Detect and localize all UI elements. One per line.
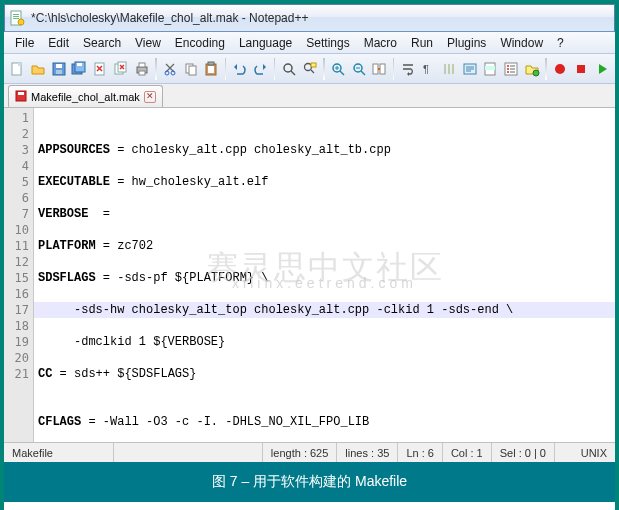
svg-rect-28 — [311, 63, 316, 67]
svg-rect-1 — [13, 14, 19, 15]
svg-rect-24 — [208, 66, 214, 73]
svg-rect-3 — [13, 18, 19, 19]
line-number: 11 — [4, 238, 29, 254]
status-sel: Sel : 0 | 0 — [492, 443, 555, 462]
play-macro-icon[interactable] — [592, 58, 611, 80]
user-lang-icon[interactable] — [460, 58, 479, 80]
line-number: 3 — [4, 142, 29, 158]
code-line: VERBOSE = — [38, 206, 611, 222]
status-eol: UNIX — [555, 443, 615, 462]
disk-icon — [15, 90, 27, 104]
paste-icon[interactable] — [202, 58, 221, 80]
svg-rect-25 — [208, 62, 214, 65]
svg-rect-6 — [18, 63, 21, 66]
sync-scroll-icon[interactable] — [370, 58, 389, 80]
svg-point-39 — [507, 68, 509, 70]
code-line: EXECUTABLE = hw_cholesky_alt.elf — [38, 174, 611, 190]
toolbar-separator — [225, 58, 227, 80]
find-icon[interactable] — [279, 58, 298, 80]
svg-rect-2 — [13, 16, 19, 17]
line-number: 17 — [4, 302, 29, 318]
code-line: CFLAGS = -Wall -O3 -c -I. -DHLS_NO_XIL_F… — [38, 414, 611, 430]
footer: 电子发烧友 www.elecfans.com — [4, 502, 615, 510]
svg-rect-36 — [485, 66, 495, 70]
line-number: 19 — [4, 334, 29, 350]
svg-rect-32 — [380, 64, 385, 74]
menu-edit[interactable]: Edit — [41, 34, 76, 52]
editor-area[interactable]: 1 2 3 4 5 6 7 10 11 12 15 16 17 18 19 20… — [4, 108, 615, 442]
new-file-icon[interactable] — [8, 58, 27, 80]
line-number: 15 — [4, 270, 29, 286]
code-line-active: -sds-hw cholesky_alt_top cholesky_alt.cp… — [34, 302, 615, 318]
status-ln: Ln : 6 — [398, 443, 443, 462]
open-file-icon[interactable] — [29, 58, 48, 80]
close-all-icon[interactable] — [112, 58, 131, 80]
svg-rect-8 — [56, 64, 62, 68]
save-all-icon[interactable] — [70, 58, 89, 80]
svg-rect-43 — [577, 65, 585, 73]
svg-rect-22 — [189, 66, 196, 75]
window-title: *C:\hls\cholesky\Makefile_chol_alt.mak -… — [31, 11, 308, 25]
line-number: 16 — [4, 286, 29, 302]
folder-view-icon[interactable] — [523, 58, 542, 80]
replace-icon[interactable] — [300, 58, 319, 80]
redo-icon[interactable] — [251, 58, 270, 80]
menu-help[interactable]: ? — [550, 34, 571, 52]
svg-point-40 — [507, 71, 509, 73]
menu-run[interactable]: Run — [404, 34, 440, 52]
menu-window[interactable]: Window — [493, 34, 550, 52]
menu-language[interactable]: Language — [232, 34, 299, 52]
line-number: 4 — [4, 158, 29, 174]
line-number: 12 — [4, 254, 29, 270]
close-tab-icon[interactable]: ✕ — [144, 91, 156, 103]
menu-macro[interactable]: Macro — [357, 34, 404, 52]
status-length: length : 625 — [263, 443, 338, 462]
menu-file[interactable]: File — [8, 34, 41, 52]
cut-icon[interactable] — [161, 58, 180, 80]
svg-rect-31 — [373, 64, 378, 74]
menu-encoding[interactable]: Encoding — [168, 34, 232, 52]
tab-bar: Makefile_chol_alt.mak ✕ — [4, 84, 615, 108]
func-list-icon[interactable] — [502, 58, 521, 80]
line-number: 1 — [4, 110, 29, 126]
line-number: 18 — [4, 318, 29, 334]
indent-guide-icon[interactable] — [440, 58, 459, 80]
toolbar: ¶ — [4, 54, 615, 84]
line-number: 5 — [4, 174, 29, 190]
code-line: APPSOURCES = cholesky_alt.cpp cholesky_a… — [38, 142, 611, 158]
app-icon — [9, 10, 25, 26]
zoom-in-icon[interactable] — [329, 58, 348, 80]
toolbar-separator — [393, 58, 395, 80]
caption-text: 图 7 – 用于软件构建的 Makefile — [212, 473, 407, 491]
toolbar-separator — [274, 58, 276, 80]
file-tab-label: Makefile_chol_alt.mak — [31, 91, 140, 103]
close-file-icon[interactable] — [91, 58, 110, 80]
wordwrap-icon[interactable] — [398, 58, 417, 80]
print-icon[interactable] — [132, 58, 151, 80]
menu-search[interactable]: Search — [76, 34, 128, 52]
undo-icon[interactable] — [230, 58, 249, 80]
menu-settings[interactable]: Settings — [299, 34, 356, 52]
stop-macro-icon[interactable] — [572, 58, 591, 80]
code-area[interactable]: 赛灵思中文社区xilinx.eetrend.com APPSOURCES = c… — [34, 108, 615, 442]
svg-point-27 — [304, 63, 311, 70]
toolbar-separator — [545, 58, 547, 80]
status-lines: lines : 35 — [337, 443, 398, 462]
record-macro-icon[interactable] — [551, 58, 570, 80]
code-line: SDSFLAGS = -sds-pf ${PLATFORM} \ — [38, 270, 611, 286]
line-number: 10 — [4, 222, 29, 238]
show-all-chars-icon[interactable]: ¶ — [419, 58, 438, 80]
code-line: -dmclkid 1 ${VERBOSE} — [38, 334, 611, 350]
status-spacer — [114, 443, 263, 462]
status-language: Makefile — [4, 443, 114, 462]
copy-icon[interactable] — [181, 58, 200, 80]
zoom-out-icon[interactable] — [349, 58, 368, 80]
menu-view[interactable]: View — [128, 34, 168, 52]
file-tab[interactable]: Makefile_chol_alt.mak ✕ — [8, 85, 163, 107]
figure-caption: 图 7 – 用于软件构建的 Makefile — [4, 462, 615, 502]
doc-map-icon[interactable] — [481, 58, 500, 80]
toolbar-separator — [155, 58, 157, 80]
code-line: PLATFORM = zc702 — [38, 238, 611, 254]
save-icon[interactable] — [49, 58, 68, 80]
menu-plugins[interactable]: Plugins — [440, 34, 493, 52]
